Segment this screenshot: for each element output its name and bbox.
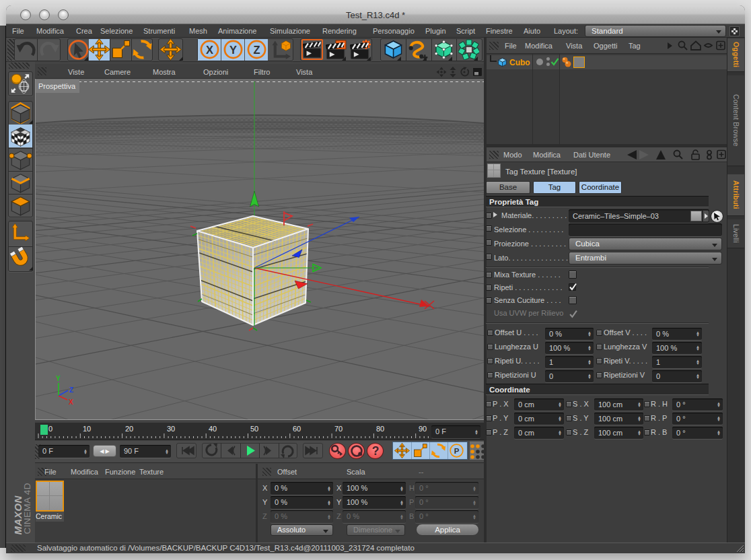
svg-text:P: P bbox=[454, 447, 460, 455]
